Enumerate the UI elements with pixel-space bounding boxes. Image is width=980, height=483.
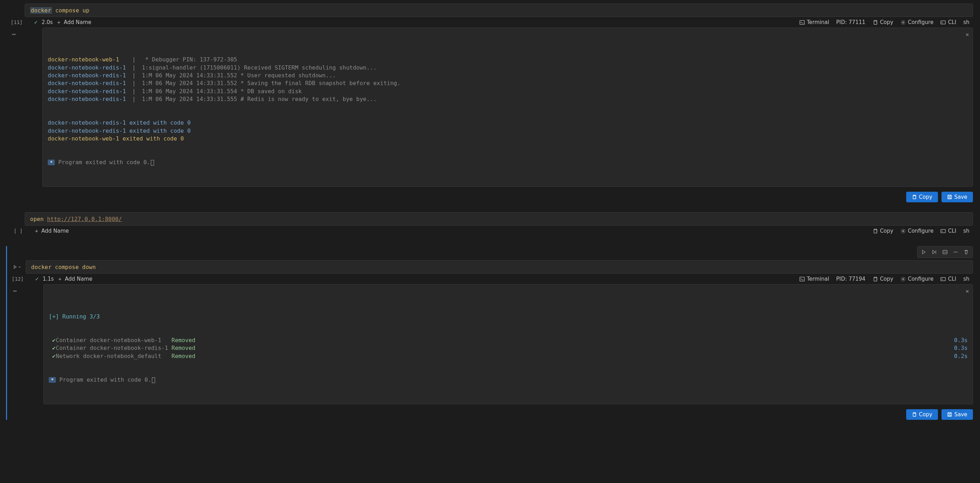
delete-icon[interactable] (961, 248, 971, 256)
svg-point-2 (902, 22, 904, 23)
command-text: docker compose up (30, 7, 89, 14)
cli-button[interactable]: CLI (940, 19, 956, 25)
log-line: docker-notebook-redis-1 | 1:signal-handl… (48, 64, 967, 71)
save-output-button[interactable]: Save (942, 192, 973, 202)
configure-button[interactable]: Configure (900, 276, 934, 282)
check-icon: ✓ (35, 276, 39, 282)
cell-number: [12] (8, 276, 24, 282)
copy-output-button[interactable]: Copy (906, 409, 938, 420)
svg-rect-16 (941, 278, 945, 281)
svg-rect-17 (913, 413, 916, 416)
configure-button[interactable]: Configure (900, 228, 934, 234)
log-line: docker-notebook-redis-1 | 1:M 06 May 202… (48, 79, 967, 87)
svg-rect-6 (873, 230, 877, 233)
split-icon[interactable] (940, 248, 950, 256)
exit-badge: * (49, 377, 56, 383)
program-exit-text: Program exited with code 0. (56, 377, 151, 383)
program-exit-text: Program exited with code 0. (55, 159, 150, 165)
log-line: docker-notebook-redis-1 | 1:M 06 May 202… (48, 95, 967, 103)
svg-rect-5 (948, 195, 952, 199)
compose-down-line: ✔ Network docker-notebook_default Remove… (49, 353, 967, 360)
exit-line: docker-notebook-web-1 exited with code 0 (48, 135, 967, 143)
svg-rect-18 (948, 413, 952, 416)
cell-toolbar (917, 246, 973, 258)
log-line: docker-notebook-redis-1 | 1:M 06 May 202… (48, 87, 967, 95)
cell-number: [ ] (7, 228, 22, 234)
svg-rect-4 (913, 196, 916, 199)
svg-point-12 (957, 252, 958, 253)
more-icon[interactable]: ⋯ (13, 287, 18, 294)
svg-rect-1 (873, 21, 877, 24)
save-output-button[interactable]: Save (942, 409, 973, 420)
exit-badge: * (48, 160, 55, 165)
copy-output-button[interactable]: Copy (906, 192, 938, 202)
add-name-button[interactable]: ＋Add Name (34, 228, 69, 234)
cli-button[interactable]: CLI (940, 228, 956, 234)
command-text: open http://127.0.0.1:8000/ (30, 216, 122, 222)
output-area: ✕ docker-notebook-web-1 | * Debugger PIN… (42, 27, 973, 187)
close-icon[interactable]: ✕ (966, 31, 969, 38)
exit-line: docker-notebook-redis-1 exited with code… (48, 127, 967, 135)
more-icon[interactable]: ⋯ (12, 30, 17, 38)
cell-number: [11] (7, 19, 22, 25)
svg-point-11 (955, 252, 956, 253)
cli-button[interactable]: CLI (940, 276, 956, 282)
close-icon[interactable]: ✕ (966, 288, 969, 295)
run-chevron-icon[interactable] (13, 265, 21, 269)
add-name-button[interactable]: ＋Add Name (56, 19, 91, 26)
terminal-button[interactable]: Terminal (799, 19, 829, 25)
copy-button[interactable]: Copy (873, 19, 893, 25)
svg-rect-14 (873, 278, 877, 281)
pid-label: PID: 77194 (836, 276, 865, 282)
plus-icon: ＋ (34, 228, 39, 234)
svg-rect-13 (800, 277, 804, 281)
svg-rect-8 (941, 229, 945, 233)
more-icon[interactable] (951, 248, 961, 256)
command-input-cell-open[interactable]: open http://127.0.0.1:8000/ (25, 212, 973, 226)
add-name-button[interactable]: ＋Add Name (57, 276, 92, 283)
cell-meta-row: [ ] ＋Add Name Copy Configure CLI sh (7, 226, 973, 236)
cursor-icon (152, 377, 155, 383)
plus-icon: ＋ (57, 276, 62, 283)
command-input-cell-11[interactable]: docker compose up (25, 3, 973, 17)
compose-down-line: ✔ Container docker-notebook-redis-1 Remo… (49, 344, 967, 352)
command-text: docker compose down (31, 264, 96, 270)
compose-down-line: ✔ Container docker-notebook-web-1 Remove… (49, 337, 967, 344)
log-line: docker-notebook-redis-1 | 1:M 06 May 202… (48, 71, 967, 79)
output-area: ✕ [+] Running 3/3 ✔ Container docker-not… (43, 284, 973, 404)
copy-button[interactable]: Copy (873, 228, 893, 234)
svg-point-15 (902, 278, 904, 280)
cursor-icon (151, 160, 154, 165)
svg-rect-0 (800, 20, 804, 24)
cell-11: docker compose up [11] ✓ 2.0s ＋Add Name … (7, 3, 973, 202)
svg-point-7 (902, 230, 904, 232)
run-below-icon[interactable] (929, 248, 939, 256)
cell-open-url: open http://127.0.0.1:8000/ [ ] ＋Add Nam… (7, 212, 973, 236)
terminal-button[interactable]: Terminal (799, 276, 829, 282)
cell-meta-row: [11] ✓ 2.0s ＋Add Name Terminal PID: 7711… (7, 17, 973, 27)
svg-rect-3 (941, 21, 945, 24)
shell-label[interactable]: sh (963, 276, 969, 282)
svg-point-10 (954, 252, 955, 253)
duration: 2.0s (42, 19, 53, 25)
copy-button[interactable]: Copy (873, 276, 893, 282)
cell-12: docker compose down [12] ✓ 1.1s ＋Add Nam… (6, 246, 973, 419)
check-icon: ✓ (34, 19, 38, 25)
exit-line: docker-notebook-redis-1 exited with code… (48, 119, 967, 127)
running-line: [+] Running 3/3 (49, 313, 967, 321)
cell-meta-row: [12] ✓ 1.1s ＋Add Name Terminal PID: 7719… (8, 273, 973, 284)
shell-label[interactable]: sh (963, 19, 969, 25)
pid-label: PID: 77111 (836, 19, 865, 25)
plus-icon: ＋ (56, 19, 62, 26)
command-input-cell-12[interactable]: docker compose down (26, 260, 973, 273)
run-cell-icon[interactable] (919, 248, 929, 256)
shell-label[interactable]: sh (963, 228, 969, 234)
log-line: docker-notebook-web-1 | * Debugger PIN: … (48, 56, 967, 64)
configure-button[interactable]: Configure (900, 19, 934, 25)
duration: 1.1s (43, 276, 54, 282)
